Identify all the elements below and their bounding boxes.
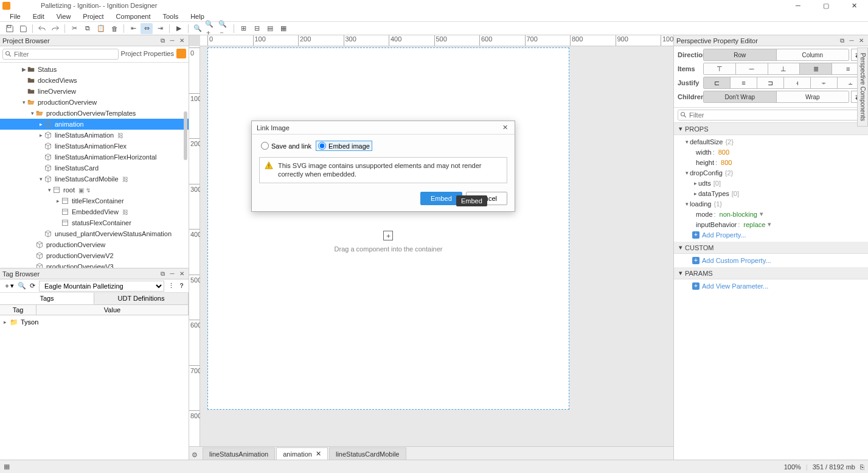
panel-minimize-icon[interactable]: ─	[847, 37, 856, 45]
view-tab-lineStatusAnimation[interactable]: lineStatusAnimation	[203, 447, 275, 460]
design-canvas[interactable]: ＋ Drag a component into the container	[200, 46, 673, 446]
property-filter-input[interactable]	[678, 110, 864, 121]
zoom-level[interactable]: 100%	[784, 463, 801, 471]
search-tag-icon[interactable]: 🔍	[18, 282, 26, 290]
panel-popout-icon[interactable]: ⧉	[158, 270, 167, 278]
menu-view[interactable]: View	[50, 13, 77, 20]
delete-icon[interactable]: 🗑	[108, 23, 120, 34]
layout2-icon[interactable]: ▦	[277, 23, 290, 34]
tree-item-EmbeddedView[interactable]: EmbeddedView⛓	[0, 206, 189, 217]
view-root[interactable]: ＋ Drag a component into the container	[207, 47, 569, 410]
add-view-parameter-link[interactable]: +Add View Parameter...	[679, 281, 863, 292]
tag-source-select[interactable]: Eagle Mountain Palletizing	[39, 281, 164, 292]
zoom-in-icon[interactable]: 🔍＋	[205, 23, 217, 34]
items-opt-2[interactable]: ─	[736, 63, 768, 74]
tag-options-icon[interactable]: ⋮	[168, 282, 175, 290]
tree-item-statusFlexContainer[interactable]: statusFlexContainer	[0, 217, 189, 228]
group-icon[interactable]: ⊞	[237, 23, 249, 34]
tree-item-titleFlexContainer[interactable]: ▸titleFlexContainer	[0, 195, 189, 206]
tree-item-lineStatusCardMobile[interactable]: ▾lineStatusCardMobile⛓	[0, 173, 189, 184]
play-icon[interactable]: ▶	[173, 23, 185, 34]
gear-icon[interactable]: ⚙	[192, 451, 200, 460]
tab-tags[interactable]: Tags	[0, 293, 94, 304]
tree-item-Status[interactable]: ▶Status	[0, 64, 189, 75]
add-tag-icon[interactable]: ＋▾	[4, 281, 14, 290]
window-maximize-button[interactable]: ▢	[812, 0, 840, 11]
items-opt-1[interactable]: ⊤	[704, 63, 736, 74]
justify-opt-2[interactable]: ≡	[731, 77, 757, 88]
project-properties-link[interactable]: Project Properties	[121, 49, 174, 60]
add-custom-property-link[interactable]: +Add Custom Property...	[679, 255, 863, 266]
panel-minimize-icon[interactable]: ─	[168, 37, 176, 45]
menu-tools[interactable]: Tools	[156, 13, 184, 20]
menu-project[interactable]: Project	[77, 13, 109, 20]
paste-icon[interactable]: 📋	[95, 23, 107, 34]
close-tab-icon[interactable]: ✕	[316, 450, 321, 458]
copy-icon[interactable]: ⧉	[82, 23, 94, 34]
align-right-icon[interactable]: ⇥	[154, 23, 166, 34]
panel-close-icon[interactable]: ✕	[178, 37, 186, 45]
align-center-icon[interactable]: ⇔	[141, 23, 153, 34]
tree-item-lineStatusAnimationFlexHorizontal[interactable]: lineStatusAnimationFlexHorizontal	[0, 152, 189, 163]
view-tab-lineStatusCardMobile[interactable]: lineStatusCardMobile	[329, 447, 406, 460]
tree-item-productionOverviewV2[interactable]: productionOverviewV2	[0, 250, 189, 261]
save-all-icon[interactable]	[17, 23, 29, 34]
tree-item-lineStatusAnimationFlex[interactable]: lineStatusAnimationFlex	[0, 141, 189, 152]
window-close-button[interactable]: ✕	[840, 0, 868, 11]
project-browser-filter-input[interactable]	[2, 49, 119, 60]
tree-item-productionOverviewTemplates[interactable]: ▾productionOverviewTemplates	[0, 108, 189, 119]
items-opt-3[interactable]: ⊥	[768, 63, 800, 74]
save-icon[interactable]	[4, 23, 16, 34]
justify-opt-1[interactable]: ⊏	[704, 77, 731, 88]
window-minimize-button[interactable]: ─	[784, 0, 812, 11]
align-left-icon[interactable]: ⇤	[127, 23, 139, 34]
tree-item-dockedViews[interactable]: dockedViews	[0, 75, 189, 86]
items-opt-4[interactable]: ≣	[800, 63, 832, 74]
direction-row-button[interactable]: Row	[704, 49, 777, 60]
panel-minimize-icon[interactable]: ─	[168, 270, 176, 278]
menu-help[interactable]: Help	[184, 13, 210, 20]
refresh-tag-icon[interactable]: ⟳	[30, 282, 35, 290]
cut-icon[interactable]: ✂	[68, 23, 80, 34]
project-properties-icon[interactable]	[176, 49, 186, 58]
project-tree[interactable]: ▶StatusdockedViewslineOverview▾productio…	[0, 63, 189, 268]
layout1-icon[interactable]: ▤	[264, 23, 276, 34]
tag-help-icon[interactable]: ？	[178, 281, 185, 290]
radio-embed-image[interactable]: Embed image	[316, 141, 372, 151]
section-params[interactable]: ▾PARAMS	[674, 267, 868, 279]
zoom-icon[interactable]: 🔍	[192, 23, 204, 34]
dialog-close-icon[interactable]: ✕	[500, 124, 510, 131]
redo-icon[interactable]	[49, 23, 61, 34]
tag-row[interactable]: ▸ 📁 Tyson	[4, 317, 185, 328]
tree-item-lineStatusAnimation[interactable]: ▸lineStatusAnimation⛓	[0, 130, 189, 141]
justify-opt-5[interactable]: ⫟	[811, 77, 838, 88]
direction-column-button[interactable]: Column	[777, 49, 849, 60]
grid-icon[interactable]: ▦	[4, 463, 12, 471]
add-property-link[interactable]: +Add Property...	[679, 229, 863, 240]
section-props[interactable]: ▾PROPS	[674, 123, 868, 135]
tree-item-lineStatusCard[interactable]: lineStatusCard	[0, 163, 189, 173]
radio-save-and-link[interactable]: Save and link	[259, 141, 313, 150]
justify-opt-4[interactable]: ⫞	[784, 77, 811, 88]
tree-item-productionOverviewV3[interactable]: productionOverviewV3	[0, 261, 189, 268]
tree-item-productionOverview[interactable]: productionOverview	[0, 239, 189, 250]
zoom-out-icon[interactable]: 🔍－	[218, 23, 231, 34]
panel-close-icon[interactable]: ✕	[178, 270, 186, 278]
embed-button[interactable]: Embed	[420, 192, 462, 205]
section-custom[interactable]: ▾CUSTOM	[674, 242, 868, 254]
children-wrap-button[interactable]: Wrap	[777, 91, 849, 102]
ungroup-icon[interactable]: ⊟	[251, 23, 263, 34]
tab-udt-definitions[interactable]: UDT Definitions	[94, 293, 189, 304]
tree-item-productionOverview[interactable]: ▾productionOverview	[0, 97, 189, 108]
undo-icon[interactable]	[36, 23, 48, 34]
scrollbar-thumb[interactable]	[184, 111, 187, 160]
cancel-button[interactable]: Cancel	[466, 192, 507, 205]
perspective-components-tab[interactable]: Perspective Components	[857, 47, 868, 127]
panel-popout-icon[interactable]: ⧉	[158, 37, 167, 45]
menu-file[interactable]: File	[4, 13, 27, 20]
menu-edit[interactable]: Edit	[27, 13, 50, 20]
panel-close-icon[interactable]: ✕	[857, 37, 866, 45]
panel-popout-icon[interactable]: ⧉	[838, 37, 846, 45]
menu-component[interactable]: Component	[110, 13, 157, 20]
memory-icon[interactable]: ⎘	[860, 463, 864, 471]
